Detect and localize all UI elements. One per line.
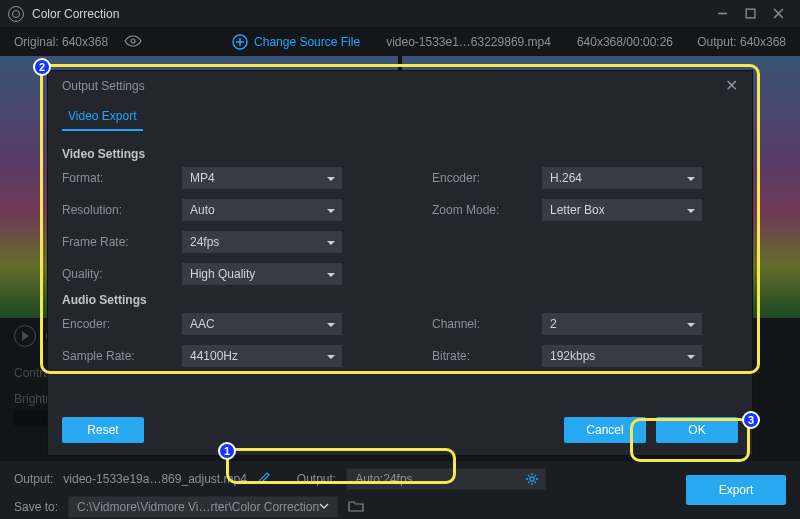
quality-select[interactable]: High Quality — [182, 263, 342, 285]
bitrate-label: Bitrate: — [432, 349, 542, 363]
bottombar: Output: video-1533e19a…869_adjust.mp4 Ou… — [0, 461, 800, 519]
video-encoder-select[interactable]: H.264 — [542, 167, 702, 189]
audio-encoder-select[interactable]: AAC — [182, 313, 342, 335]
svg-point-1 — [131, 39, 135, 43]
tab-video-export[interactable]: Video Export — [62, 105, 143, 131]
output-size-label: Output: 640x368 — [697, 35, 786, 49]
chevron-down-icon — [326, 269, 336, 283]
source-meta: 640x368/00:00:26 — [577, 35, 673, 49]
zoom-mode-select[interactable]: Letter Box — [542, 199, 702, 221]
save-to-label: Save to: — [14, 500, 58, 514]
save-to-field[interactable]: C:\Vidmore\Vidmore Vi…rter\Color Correct… — [68, 496, 338, 518]
preview-eye-icon[interactable] — [124, 35, 142, 50]
chevron-down-icon — [686, 173, 696, 187]
change-source-label: Change Source File — [254, 35, 360, 49]
output-settings-dialog: Output Settings ✕ Video Export Video Set… — [47, 70, 753, 456]
channel-select[interactable]: 2 — [542, 313, 702, 335]
window-title: Color Correction — [32, 7, 119, 21]
zoom-mode-label: Zoom Mode: — [432, 203, 542, 217]
svg-point-4 — [530, 477, 534, 481]
resolution-label: Resolution: — [62, 203, 182, 217]
minimize-button[interactable] — [708, 4, 736, 24]
save-to-value: C:\Vidmore\Vidmore Vi…rter\Color Correct… — [77, 500, 319, 514]
channel-label: Channel: — [432, 317, 542, 331]
chevron-down-icon — [326, 173, 336, 187]
output-settings-field[interactable]: Auto;24fps — [346, 468, 546, 490]
chevron-down-icon — [686, 351, 696, 365]
gear-icon[interactable] — [525, 472, 539, 489]
output-file-label: Output: — [14, 472, 53, 486]
sample-rate-select[interactable]: 44100Hz — [182, 345, 342, 367]
chevron-down-icon — [326, 205, 336, 219]
frame-rate-select[interactable]: 24fps — [182, 231, 342, 253]
edit-output-name-icon[interactable] — [257, 471, 271, 488]
dialog-close-icon[interactable]: ✕ — [725, 76, 738, 95]
svg-rect-0 — [746, 9, 755, 18]
output-settings-value: Auto;24fps — [355, 472, 412, 486]
bitrate-select[interactable]: 192kbps — [542, 345, 702, 367]
export-button[interactable]: Export — [686, 475, 786, 505]
video-encoder-label: Encoder: — [432, 171, 542, 185]
format-label: Format: — [62, 171, 182, 185]
output-file-value: video-1533e19a…869_adjust.mp4 — [63, 472, 246, 486]
tutorial-badge-1: 1 — [218, 442, 236, 460]
quality-label: Quality: — [62, 267, 182, 281]
audio-settings-heading: Audio Settings — [62, 293, 738, 307]
tutorial-badge-2: 2 — [33, 58, 51, 76]
plus-circle-icon — [232, 34, 248, 50]
cancel-button[interactable]: Cancel — [564, 417, 646, 443]
audio-encoder-label: Encoder: — [62, 317, 182, 331]
video-settings-heading: Video Settings — [62, 147, 738, 161]
chevron-down-icon — [686, 205, 696, 219]
format-select[interactable]: MP4 — [182, 167, 342, 189]
chevron-down-icon — [686, 319, 696, 333]
frame-rate-label: Frame Rate: — [62, 235, 182, 249]
reset-button[interactable]: Reset — [62, 417, 144, 443]
resolution-select[interactable]: Auto — [182, 199, 342, 221]
chevron-down-icon — [326, 237, 336, 251]
tutorial-badge-3: 3 — [742, 411, 760, 429]
infobar: Original: 640x368 Change Source File vid… — [0, 28, 800, 56]
open-folder-icon[interactable] — [348, 498, 364, 517]
maximize-button[interactable] — [736, 4, 764, 24]
chevron-down-icon — [326, 319, 336, 333]
chevron-down-icon — [319, 500, 329, 514]
original-size-label: Original: 640x368 — [14, 35, 108, 49]
ok-button[interactable]: OK — [656, 417, 738, 443]
sample-rate-label: Sample Rate: — [62, 349, 182, 363]
app-icon — [8, 6, 24, 22]
close-button[interactable] — [764, 4, 792, 24]
change-source-button[interactable]: Change Source File — [232, 34, 360, 50]
output-settings-label: Output: — [297, 472, 336, 486]
source-filename: video-1533e1…63229869.mp4 — [386, 35, 551, 49]
titlebar: Color Correction — [0, 0, 800, 28]
dialog-title: Output Settings — [62, 79, 145, 93]
chevron-down-icon — [326, 351, 336, 365]
